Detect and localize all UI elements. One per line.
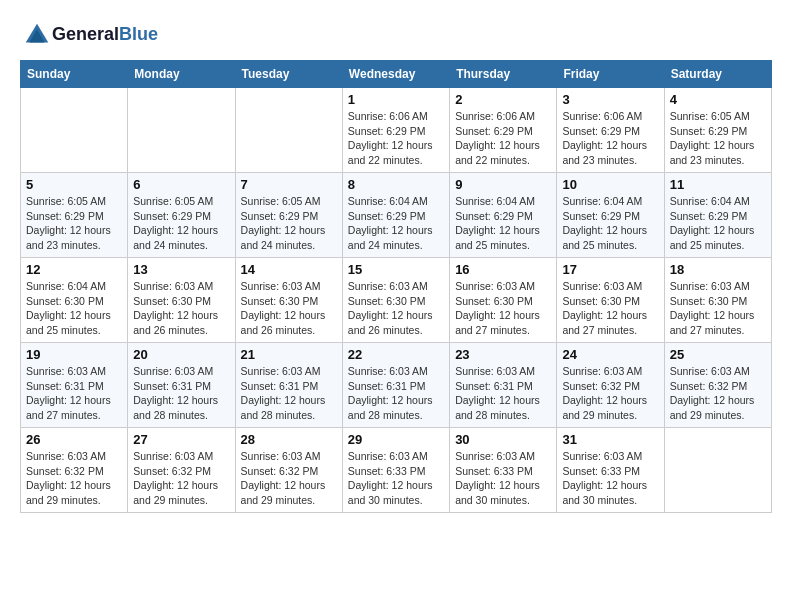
- day-info: Sunrise: 6:04 AM Sunset: 6:29 PM Dayligh…: [670, 194, 766, 253]
- day-info: Sunrise: 6:06 AM Sunset: 6:29 PM Dayligh…: [562, 109, 658, 168]
- calendar-cell: 31Sunrise: 6:03 AM Sunset: 6:33 PM Dayli…: [557, 428, 664, 513]
- day-info: Sunrise: 6:03 AM Sunset: 6:32 PM Dayligh…: [26, 449, 122, 508]
- day-info: Sunrise: 6:03 AM Sunset: 6:32 PM Dayligh…: [133, 449, 229, 508]
- weekday-header-row: SundayMondayTuesdayWednesdayThursdayFrid…: [21, 61, 772, 88]
- calendar-cell: 30Sunrise: 6:03 AM Sunset: 6:33 PM Dayli…: [450, 428, 557, 513]
- calendar-cell: 22Sunrise: 6:03 AM Sunset: 6:31 PM Dayli…: [342, 343, 449, 428]
- day-info: Sunrise: 6:03 AM Sunset: 6:30 PM Dayligh…: [241, 279, 337, 338]
- calendar-cell: [128, 88, 235, 173]
- day-number: 7: [241, 177, 337, 192]
- day-number: 16: [455, 262, 551, 277]
- day-number: 22: [348, 347, 444, 362]
- weekday-header-thursday: Thursday: [450, 61, 557, 88]
- calendar-cell: 14Sunrise: 6:03 AM Sunset: 6:30 PM Dayli…: [235, 258, 342, 343]
- day-info: Sunrise: 6:03 AM Sunset: 6:31 PM Dayligh…: [241, 364, 337, 423]
- day-number: 4: [670, 92, 766, 107]
- calendar-cell: [235, 88, 342, 173]
- week-row-1: 1Sunrise: 6:06 AM Sunset: 6:29 PM Daylig…: [21, 88, 772, 173]
- calendar-cell: 4Sunrise: 6:05 AM Sunset: 6:29 PM Daylig…: [664, 88, 771, 173]
- logo-blue: Blue: [119, 24, 158, 44]
- week-row-5: 26Sunrise: 6:03 AM Sunset: 6:32 PM Dayli…: [21, 428, 772, 513]
- day-info: Sunrise: 6:06 AM Sunset: 6:29 PM Dayligh…: [455, 109, 551, 168]
- logo: GeneralBlue: [20, 20, 158, 50]
- weekday-header-wednesday: Wednesday: [342, 61, 449, 88]
- calendar-cell: 6Sunrise: 6:05 AM Sunset: 6:29 PM Daylig…: [128, 173, 235, 258]
- day-info: Sunrise: 6:04 AM Sunset: 6:30 PM Dayligh…: [26, 279, 122, 338]
- calendar-cell: 26Sunrise: 6:03 AM Sunset: 6:32 PM Dayli…: [21, 428, 128, 513]
- day-number: 31: [562, 432, 658, 447]
- calendar-cell: 11Sunrise: 6:04 AM Sunset: 6:29 PM Dayli…: [664, 173, 771, 258]
- day-number: 15: [348, 262, 444, 277]
- day-info: Sunrise: 6:03 AM Sunset: 6:30 PM Dayligh…: [670, 279, 766, 338]
- day-info: Sunrise: 6:05 AM Sunset: 6:29 PM Dayligh…: [26, 194, 122, 253]
- day-info: Sunrise: 6:03 AM Sunset: 6:32 PM Dayligh…: [670, 364, 766, 423]
- day-number: 12: [26, 262, 122, 277]
- day-info: Sunrise: 6:03 AM Sunset: 6:31 PM Dayligh…: [455, 364, 551, 423]
- day-number: 2: [455, 92, 551, 107]
- calendar-table: SundayMondayTuesdayWednesdayThursdayFrid…: [20, 60, 772, 513]
- calendar-cell: 29Sunrise: 6:03 AM Sunset: 6:33 PM Dayli…: [342, 428, 449, 513]
- weekday-header-monday: Monday: [128, 61, 235, 88]
- day-number: 10: [562, 177, 658, 192]
- day-number: 25: [670, 347, 766, 362]
- day-number: 14: [241, 262, 337, 277]
- day-number: 23: [455, 347, 551, 362]
- logo-icon: [22, 20, 52, 50]
- day-number: 5: [26, 177, 122, 192]
- calendar-cell: 9Sunrise: 6:04 AM Sunset: 6:29 PM Daylig…: [450, 173, 557, 258]
- calendar-cell: 18Sunrise: 6:03 AM Sunset: 6:30 PM Dayli…: [664, 258, 771, 343]
- weekday-header-friday: Friday: [557, 61, 664, 88]
- day-info: Sunrise: 6:05 AM Sunset: 6:29 PM Dayligh…: [670, 109, 766, 168]
- day-number: 6: [133, 177, 229, 192]
- calendar-cell: 12Sunrise: 6:04 AM Sunset: 6:30 PM Dayli…: [21, 258, 128, 343]
- day-info: Sunrise: 6:03 AM Sunset: 6:32 PM Dayligh…: [241, 449, 337, 508]
- week-row-3: 12Sunrise: 6:04 AM Sunset: 6:30 PM Dayli…: [21, 258, 772, 343]
- day-number: 3: [562, 92, 658, 107]
- day-number: 20: [133, 347, 229, 362]
- calendar-cell: [21, 88, 128, 173]
- day-info: Sunrise: 6:03 AM Sunset: 6:33 PM Dayligh…: [348, 449, 444, 508]
- day-info: Sunrise: 6:05 AM Sunset: 6:29 PM Dayligh…: [133, 194, 229, 253]
- day-info: Sunrise: 6:05 AM Sunset: 6:29 PM Dayligh…: [241, 194, 337, 253]
- calendar-cell: 23Sunrise: 6:03 AM Sunset: 6:31 PM Dayli…: [450, 343, 557, 428]
- day-info: Sunrise: 6:06 AM Sunset: 6:29 PM Dayligh…: [348, 109, 444, 168]
- day-info: Sunrise: 6:03 AM Sunset: 6:31 PM Dayligh…: [133, 364, 229, 423]
- day-info: Sunrise: 6:03 AM Sunset: 6:30 PM Dayligh…: [133, 279, 229, 338]
- calendar-cell: 1Sunrise: 6:06 AM Sunset: 6:29 PM Daylig…: [342, 88, 449, 173]
- weekday-header-saturday: Saturday: [664, 61, 771, 88]
- day-number: 28: [241, 432, 337, 447]
- day-number: 27: [133, 432, 229, 447]
- calendar-cell: 3Sunrise: 6:06 AM Sunset: 6:29 PM Daylig…: [557, 88, 664, 173]
- calendar-cell: 10Sunrise: 6:04 AM Sunset: 6:29 PM Dayli…: [557, 173, 664, 258]
- week-row-4: 19Sunrise: 6:03 AM Sunset: 6:31 PM Dayli…: [21, 343, 772, 428]
- day-info: Sunrise: 6:04 AM Sunset: 6:29 PM Dayligh…: [455, 194, 551, 253]
- calendar-cell: 7Sunrise: 6:05 AM Sunset: 6:29 PM Daylig…: [235, 173, 342, 258]
- day-number: 11: [670, 177, 766, 192]
- calendar-cell: 8Sunrise: 6:04 AM Sunset: 6:29 PM Daylig…: [342, 173, 449, 258]
- calendar-cell: 27Sunrise: 6:03 AM Sunset: 6:32 PM Dayli…: [128, 428, 235, 513]
- day-info: Sunrise: 6:03 AM Sunset: 6:30 PM Dayligh…: [562, 279, 658, 338]
- calendar-cell: 24Sunrise: 6:03 AM Sunset: 6:32 PM Dayli…: [557, 343, 664, 428]
- calendar-cell: 17Sunrise: 6:03 AM Sunset: 6:30 PM Dayli…: [557, 258, 664, 343]
- day-info: Sunrise: 6:03 AM Sunset: 6:30 PM Dayligh…: [455, 279, 551, 338]
- calendar-cell: 19Sunrise: 6:03 AM Sunset: 6:31 PM Dayli…: [21, 343, 128, 428]
- weekday-header-tuesday: Tuesday: [235, 61, 342, 88]
- day-info: Sunrise: 6:04 AM Sunset: 6:29 PM Dayligh…: [562, 194, 658, 253]
- day-number: 17: [562, 262, 658, 277]
- logo-general: General: [52, 24, 119, 44]
- day-info: Sunrise: 6:03 AM Sunset: 6:30 PM Dayligh…: [348, 279, 444, 338]
- day-number: 21: [241, 347, 337, 362]
- calendar-cell: 5Sunrise: 6:05 AM Sunset: 6:29 PM Daylig…: [21, 173, 128, 258]
- day-info: Sunrise: 6:03 AM Sunset: 6:31 PM Dayligh…: [348, 364, 444, 423]
- header: GeneralBlue: [20, 20, 772, 50]
- week-row-2: 5Sunrise: 6:05 AM Sunset: 6:29 PM Daylig…: [21, 173, 772, 258]
- calendar-cell: 13Sunrise: 6:03 AM Sunset: 6:30 PM Dayli…: [128, 258, 235, 343]
- day-number: 26: [26, 432, 122, 447]
- calendar-cell: 25Sunrise: 6:03 AM Sunset: 6:32 PM Dayli…: [664, 343, 771, 428]
- day-info: Sunrise: 6:03 AM Sunset: 6:33 PM Dayligh…: [455, 449, 551, 508]
- calendar-cell: 21Sunrise: 6:03 AM Sunset: 6:31 PM Dayli…: [235, 343, 342, 428]
- weekday-header-sunday: Sunday: [21, 61, 128, 88]
- day-info: Sunrise: 6:03 AM Sunset: 6:33 PM Dayligh…: [562, 449, 658, 508]
- day-number: 29: [348, 432, 444, 447]
- day-number: 24: [562, 347, 658, 362]
